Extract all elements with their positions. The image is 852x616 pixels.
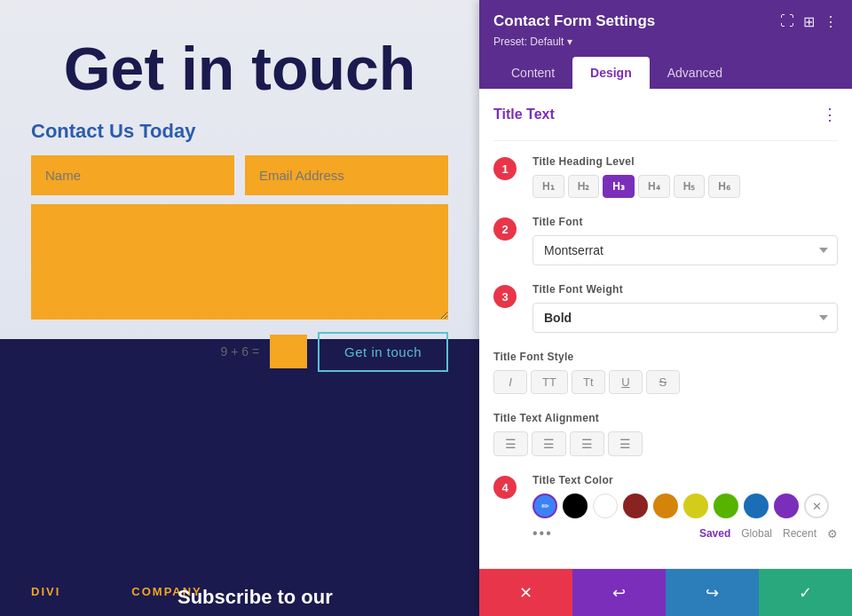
preset-label[interactable]: Preset: Default — [493, 36, 838, 48]
weight-select[interactable]: Bold — [532, 303, 838, 333]
heading-btn-h6[interactable]: H₆ — [708, 175, 740, 198]
footer-col-divi: DIVI — [31, 585, 60, 598]
setting-group-align: Title Text Alignment ☰ ☰ ☰ ☰ — [493, 412, 838, 456]
swatch-orange[interactable] — [653, 494, 678, 518]
swatch-green[interactable] — [714, 494, 738, 518]
panel-title: Contact Form Settings — [493, 12, 655, 30]
style-btn-underline[interactable]: U — [609, 370, 643, 394]
swatch-tabs: Saved Global Recent ⚙ — [699, 527, 838, 541]
heading-level-row: 1 Title Heading Level H₁ H₂ H₃ H₄ H₅ H₆ — [493, 155, 838, 198]
align-btn-justify[interactable]: ☰ — [608, 431, 643, 456]
page-title: Get in touch — [0, 0, 479, 102]
style-btns: I TT Tt U S — [493, 370, 838, 394]
swatch-white[interactable] — [593, 494, 618, 518]
weight-label: Title Font Weight — [532, 283, 838, 296]
swatch-tab-global[interactable]: Global — [741, 527, 772, 540]
heading-btn-h3[interactable]: H₃ — [603, 175, 635, 198]
setting-group-style: Title Font Style I TT Tt U S — [493, 351, 838, 394]
align-btn-left[interactable]: ☰ — [493, 431, 528, 456]
swatch-more[interactable]: ••• — [532, 525, 553, 541]
contact-section: Contact Us Today 9 + 6 = Get in touch — [0, 102, 479, 390]
section-menu-icon[interactable]: ⋮ — [822, 105, 838, 124]
captcha-text: 9 + 6 = — [221, 344, 260, 359]
swatch-blue[interactable] — [744, 494, 769, 518]
heading-btns: H₁ H₂ H₃ H₄ H₅ H₆ — [532, 175, 838, 198]
swatch-tab-saved[interactable]: Saved — [699, 527, 730, 540]
style-label: Title Font Style — [493, 351, 838, 363]
align-btns: ☰ ☰ ☰ ☰ — [493, 431, 838, 456]
webpage-preview: Get in touch Contact Us Today 9 + 6 = Ge… — [0, 0, 479, 616]
badge-1: 1 — [493, 155, 524, 180]
step-badge-1: 1 — [493, 157, 517, 180]
email-input[interactable] — [245, 155, 448, 195]
swatch-yellow[interactable] — [683, 494, 708, 518]
setting-group-weight: 3 Title Font Weight Bold — [493, 283, 838, 333]
align-label: Title Text Alignment — [493, 412, 838, 424]
heading-level-label: Title Heading Level — [532, 155, 838, 168]
heading-btn-h2[interactable]: H₂ — [568, 175, 600, 198]
captcha-box — [270, 335, 307, 368]
contact-heading: Contact Us Today — [31, 120, 448, 143]
step-badge-2: 2 — [493, 217, 517, 241]
save-button[interactable]: ✓ — [759, 569, 852, 616]
step-badge-4: 4 — [493, 476, 517, 499]
message-textarea[interactable] — [31, 204, 448, 320]
section-header: Title Text ⋮ — [493, 105, 838, 124]
swatch-purple[interactable] — [774, 494, 799, 518]
heading-btn-h4[interactable]: H₄ — [638, 175, 670, 198]
expand-icon[interactable]: ⛶ — [780, 13, 794, 29]
heading-btn-h5[interactable]: H₅ — [674, 175, 706, 198]
panel-header: Contact Form Settings ⛶ ⊞ ⋮ Preset: Defa… — [479, 0, 852, 89]
badge-3: 3 — [493, 283, 524, 308]
color-label: Title Text Color — [532, 474, 838, 486]
form-row-message — [31, 204, 448, 320]
panel-tabs: Content Design Advanced — [493, 57, 838, 89]
style-btn-italic[interactable]: I — [493, 370, 527, 394]
cancel-button[interactable]: ✕ — [479, 569, 572, 616]
settings-panel: Contact Form Settings ⛶ ⊞ ⋮ Preset: Defa… — [479, 0, 852, 616]
swatch-tab-recent[interactable]: Recent — [783, 527, 816, 540]
swatch-dark-red[interactable] — [623, 494, 648, 518]
swatch-active-blue[interactable]: ✏ — [532, 494, 557, 518]
font-label: Title Font — [532, 216, 838, 228]
weight-row: 3 Title Font Weight Bold — [493, 283, 838, 333]
more-vert-icon[interactable]: ⋮ — [824, 13, 838, 30]
tab-advanced[interactable]: Advanced — [650, 57, 740, 89]
submit-button[interactable]: Get in touch — [318, 332, 448, 372]
subscribe-text: Subscribe to our — [178, 586, 333, 609]
tab-design[interactable]: Design — [572, 57, 650, 89]
panel-footer: ✕ ↩ ↪ ✓ — [479, 568, 852, 616]
divider-1 — [493, 140, 838, 141]
badge-2: 2 — [493, 216, 524, 241]
undo-button[interactable]: ↩ — [572, 569, 666, 616]
heading-btn-h1[interactable]: H₁ — [532, 175, 564, 198]
style-btn-strikethrough[interactable]: S — [646, 370, 680, 394]
color-swatches: ✏ ✕ — [532, 494, 838, 518]
swatch-custom[interactable]: ✕ — [804, 494, 829, 518]
swatch-gear-icon[interactable]: ⚙ — [827, 527, 838, 541]
section-title: Title Text — [493, 107, 555, 122]
setting-group-heading: 1 Title Heading Level H₁ H₂ H₃ H₄ H₅ H₆ — [493, 155, 838, 198]
panel-header-icons: ⛶ ⊞ ⋮ — [780, 13, 838, 30]
name-input[interactable] — [31, 155, 234, 195]
style-btn-capitalize[interactable]: Tt — [572, 370, 605, 394]
font-row: 2 Title Font Montserrat — [493, 216, 838, 265]
columns-icon[interactable]: ⊞ — [803, 13, 815, 30]
form-bottom: 9 + 6 = Get in touch — [31, 332, 448, 372]
setting-group-font: 2 Title Font Montserrat — [493, 216, 838, 265]
font-select[interactable]: Montserrat — [532, 235, 838, 265]
setting-group-color: 4 Title Text Color ✏ — [493, 474, 838, 541]
badge-4: 4 — [493, 474, 524, 499]
swatch-black[interactable] — [563, 494, 588, 518]
redo-button[interactable]: ↪ — [666, 569, 759, 616]
step-badge-3: 3 — [493, 285, 517, 308]
form-row-top — [31, 155, 448, 195]
align-btn-center[interactable]: ☰ — [532, 431, 566, 456]
panel-body: Title Text ⋮ 1 Title Heading Level H₁ H₂… — [479, 89, 852, 568]
tab-content[interactable]: Content — [493, 57, 572, 89]
style-btn-uppercase[interactable]: TT — [531, 370, 568, 394]
align-btn-right[interactable]: ☰ — [570, 431, 604, 456]
color-row: 4 Title Text Color ✏ — [493, 474, 838, 541]
swatch-row-bottom: ••• Saved Global Recent ⚙ — [532, 525, 838, 541]
panel-header-top: Contact Form Settings ⛶ ⊞ ⋮ — [493, 12, 838, 30]
